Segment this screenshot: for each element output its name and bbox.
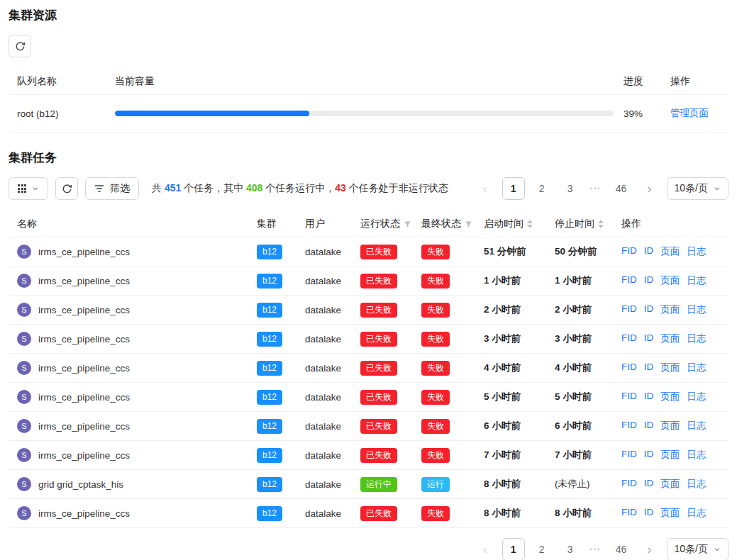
layout-dropdown-button[interactable] <box>9 177 48 200</box>
final-status-cell: 失败 <box>421 448 484 463</box>
run-status-tag: 已失败 <box>360 390 397 405</box>
action-link-id[interactable]: ID <box>644 274 654 287</box>
pagination-page-46[interactable]: 46 <box>610 538 633 560</box>
action-link-fid[interactable]: FID <box>621 332 637 345</box>
action-link-page[interactable]: 页面 <box>660 303 680 316</box>
action-link-page[interactable]: 页面 <box>660 449 680 461</box>
action-link-id[interactable]: ID <box>644 420 654 432</box>
resources-table: 队列名称 当前容量 进度 操作 root (b12)39%管理页面 <box>9 69 728 133</box>
pagination-page-3[interactable]: 3 <box>559 538 582 560</box>
pagination-prev-button[interactable]: ‹ <box>474 177 497 200</box>
action-link-fid[interactable]: FID <box>621 391 637 403</box>
final-status-tag: 失败 <box>421 419 450 434</box>
action-link-fid[interactable]: FID <box>621 362 637 374</box>
action-link-log[interactable]: 日志 <box>687 449 706 461</box>
tasks-table: 名称集群用户运行状态最终状态启动时间停止时间操作 Sirms_ce_pipeli… <box>9 211 728 528</box>
action-link-page[interactable]: 页面 <box>660 420 680 432</box>
start-time-cell: 51 分钟前 <box>484 245 555 258</box>
pagination-next-button[interactable]: › <box>638 538 661 560</box>
action-link-id[interactable]: ID <box>644 478 654 491</box>
action-link-page[interactable]: 页面 <box>660 507 680 520</box>
action-link-fid[interactable]: FID <box>621 507 637 520</box>
action-link-id[interactable]: ID <box>644 391 654 403</box>
stop-time-cell: 50 分钟前 <box>555 245 621 258</box>
pagination-page-46[interactable]: 46 <box>610 177 633 200</box>
col-header-actions: 操作 <box>621 218 728 230</box>
pagination-page-2[interactable]: 2 <box>531 177 553 200</box>
action-link-page[interactable]: 页面 <box>660 332 680 345</box>
col-label: 用户 <box>305 218 325 230</box>
action-link-fid[interactable]: FID <box>621 449 637 461</box>
cluster-cell: b12 <box>257 274 305 289</box>
sorter-icon[interactable] <box>598 220 604 228</box>
action-link-id[interactable]: ID <box>644 507 654 520</box>
action-link-log[interactable]: 日志 <box>687 391 706 403</box>
start-time-cell: 2 小时前 <box>484 303 555 316</box>
tasks-toolbar: 筛选 共 451 个任务，其中 408 个任务运行中，43 个任务处于非运行状态… <box>9 177 728 200</box>
col-header-cluster: 集群 <box>257 218 305 230</box>
action-link-page[interactable]: 页面 <box>660 245 680 258</box>
action-link-log[interactable]: 日志 <box>687 507 706 520</box>
manage-page-link[interactable]: 管理页面 <box>670 108 709 118</box>
action-link-id[interactable]: ID <box>644 362 654 374</box>
col-header-user: 用户 <box>305 218 360 230</box>
action-link-id[interactable]: ID <box>644 245 654 258</box>
action-link-page[interactable]: 页面 <box>660 274 680 287</box>
progress-fill <box>115 111 309 116</box>
resources-table-header: 队列名称 当前容量 进度 操作 <box>9 69 728 95</box>
task-name: irms_ce_pipeline_ccs <box>38 305 130 315</box>
filter-funnel-icon[interactable] <box>404 220 411 228</box>
spark-avatar: S <box>17 303 31 317</box>
pagination-page-1[interactable]: 1 <box>502 177 525 200</box>
user-cell: datalake <box>305 363 360 374</box>
pagination-page-1[interactable]: 1 <box>502 538 525 560</box>
run-status-tag: 已失败 <box>360 245 397 259</box>
action-link-fid[interactable]: FID <box>621 245 637 258</box>
table-row: Sgrid grid_cptask_hisb12datalake运行中运行8 小… <box>9 470 728 499</box>
action-link-id[interactable]: ID <box>644 449 654 461</box>
action-link-fid[interactable]: FID <box>621 478 637 491</box>
cluster-tag: b12 <box>257 477 282 492</box>
page-size-select[interactable]: 10条/页 <box>667 177 728 200</box>
action-link-log[interactable]: 日志 <box>687 420 706 432</box>
action-link-fid[interactable]: FID <box>621 303 637 316</box>
page-size-select[interactable]: 10条/页 <box>667 538 728 560</box>
col-header-final-status: 最终状态 <box>421 218 484 230</box>
actions-cell: FIDID页面日志 <box>621 274 728 287</box>
action-link-fid[interactable]: FID <box>621 274 637 287</box>
action-link-id[interactable]: ID <box>644 332 654 345</box>
table-row: Sirms_ce_pipeline_ccsb12datalake已失败失败8 小… <box>9 499 728 528</box>
col-header-start-time: 启动时间 <box>484 218 555 230</box>
pagination-next-button[interactable]: › <box>638 177 661 200</box>
final-status-cell: 失败 <box>421 419 484 434</box>
col-label: 集群 <box>257 218 277 230</box>
table-row: Sirms_ce_pipeline_ccsb12datalake已失败失败1 小… <box>9 267 728 296</box>
action-link-page[interactable]: 页面 <box>660 362 680 374</box>
pagination-prev-button[interactable]: ‹ <box>474 538 497 560</box>
action-link-log[interactable]: 日志 <box>687 245 706 258</box>
action-link-log[interactable]: 日志 <box>687 478 706 491</box>
task-name: irms_ce_pipeline_ccs <box>38 450 130 461</box>
filter-button[interactable]: 筛选 <box>85 177 139 200</box>
summary-part: 43 <box>335 182 346 194</box>
action-link-log[interactable]: 日志 <box>687 332 706 345</box>
tasks-refresh-button[interactable] <box>55 177 78 200</box>
action-link-id[interactable]: ID <box>644 303 654 316</box>
pagination-ellipsis[interactable]: ••• <box>587 546 604 553</box>
filter-funnel-icon[interactable] <box>465 220 472 228</box>
action-link-fid[interactable]: FID <box>621 420 637 432</box>
resources-refresh-button[interactable] <box>9 35 31 57</box>
pagination-ellipsis[interactable]: ••• <box>587 185 604 192</box>
pagination-page-2[interactable]: 2 <box>531 538 553 560</box>
action-link-log[interactable]: 日志 <box>687 362 706 374</box>
sorter-icon[interactable] <box>527 220 533 228</box>
run-status-cell: 已失败 <box>360 419 421 434</box>
action-link-log[interactable]: 日志 <box>687 303 706 316</box>
pagination-page-3[interactable]: 3 <box>559 177 582 200</box>
user-cell: datalake <box>305 305 360 315</box>
action-link-log[interactable]: 日志 <box>687 274 706 287</box>
queue-name: root (b12) <box>17 108 105 119</box>
action-cell: 管理页面 <box>670 107 720 120</box>
action-link-page[interactable]: 页面 <box>660 391 680 403</box>
action-link-page[interactable]: 页面 <box>660 478 680 491</box>
